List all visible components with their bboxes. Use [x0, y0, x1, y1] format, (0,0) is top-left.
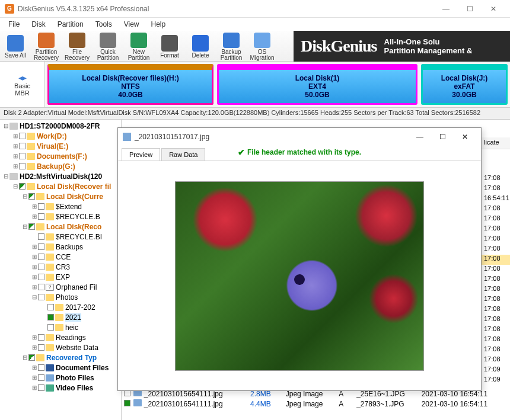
close-button[interactable]: ✕ [482, 1, 505, 17]
tree-item[interactable]: ⊞Backup(G:) [0, 161, 121, 171]
tool-format[interactable]: Format [154, 31, 185, 61]
checkbox[interactable] [19, 143, 26, 149]
checkbox[interactable] [38, 254, 44, 260]
expand-icon[interactable]: ⊞ [31, 203, 38, 210]
expand-icon[interactable]: ⊞ [12, 143, 19, 149]
checkbox[interactable] [47, 304, 54, 310]
tool-partition-recovery[interactable]: PartitionRecovery [31, 31, 62, 61]
tree-item[interactable]: $RECYCLE.BI [0, 232, 121, 242]
tab-raw-data[interactable]: Raw Data [161, 148, 205, 161]
expand-icon[interactable]: ⊞ [31, 243, 38, 250]
tree-item[interactable]: ⊞Video Files [0, 383, 121, 393]
tool-backup-partition[interactable]: BackupPartition [216, 31, 247, 61]
checkbox[interactable] [38, 384, 44, 391]
expand-icon[interactable]: ⊟ [2, 123, 9, 129]
tool-save-all[interactable]: Save All [0, 31, 31, 61]
expand-icon[interactable]: ⊞ [31, 364, 38, 371]
partition-2[interactable]: Local Disk(J:)exFAT30.0GB [421, 64, 508, 105]
checkbox[interactable] [38, 274, 44, 280]
expand-icon[interactable]: ⊞ [31, 334, 38, 341]
expand-icon[interactable]: ⊟ [31, 294, 38, 300]
expand-icon[interactable]: ⊟ [12, 183, 19, 190]
checkbox[interactable] [19, 163, 26, 169]
tree-item[interactable]: ⊞$Extend [0, 201, 121, 211]
checkbox[interactable] [38, 284, 44, 290]
tree-item[interactable]: ⊟Local Disk(Curre [0, 191, 121, 201]
expand-icon[interactable]: ⊟ [2, 173, 9, 179]
expand-icon[interactable]: ⊞ [31, 254, 38, 260]
expand-icon[interactable]: ⊞ [31, 284, 38, 290]
partition-1[interactable]: Local Disk(1)EXT450.0GB [217, 64, 417, 105]
tree-item[interactable]: 2017-202 [0, 302, 121, 312]
tree-item[interactable]: ⊞?Orphaned Fil [0, 282, 121, 292]
checkbox[interactable] [38, 364, 44, 371]
checkbox[interactable] [38, 344, 44, 351]
column-header[interactable]: licate [482, 137, 510, 149]
tree-item[interactable]: ⊟HD1:ST2000DM008-2FR [0, 121, 121, 131]
menu-view[interactable]: View [118, 19, 145, 30]
preview-minimize-button[interactable]: — [409, 129, 431, 145]
tree-item[interactable]: ⊞$RECYCLE.B [0, 211, 121, 222]
tree-item[interactable]: ⊟Recovered Typ [0, 352, 121, 363]
checkbox[interactable] [38, 264, 44, 270]
tab-preview[interactable]: Preview [122, 148, 160, 161]
tool-new-partition[interactable]: NewPartition [123, 31, 154, 61]
tree-item[interactable]: ⊞CCE [0, 252, 121, 262]
tree-item[interactable]: ⊞EXP [0, 272, 121, 282]
minimize-button[interactable]: — [434, 1, 458, 17]
expand-icon[interactable]: ⊞ [31, 274, 38, 280]
checkbox[interactable] [38, 203, 44, 210]
menu-file[interactable]: File [2, 19, 26, 30]
expand-icon[interactable]: ⊞ [31, 374, 38, 381]
tool-quick-partition[interactable]: QuickPartition [93, 31, 123, 61]
checkbox[interactable] [28, 354, 35, 361]
checkbox[interactable] [38, 374, 44, 381]
nav-arrows-icon[interactable]: ◂▸ [18, 73, 27, 82]
tree-item[interactable]: ⊟Local Disk(Recover fil [0, 181, 121, 191]
tree-item[interactable]: 2021 [0, 312, 121, 322]
expand-icon[interactable]: ⊟ [21, 223, 28, 230]
expand-icon[interactable]: ⊞ [31, 344, 38, 351]
menu-help[interactable]: Help [145, 19, 172, 30]
checkbox[interactable] [47, 324, 54, 331]
tree-item[interactable]: ⊞Work(D:) [0, 131, 121, 141]
preview-close-button[interactable]: ✕ [454, 129, 476, 145]
checkbox[interactable] [38, 233, 44, 240]
expand-icon[interactable]: ⊞ [12, 133, 19, 139]
file-row[interactable]: _2021031016541111.jpg 4.4MB Jpeg Image A… [122, 399, 510, 409]
checkbox[interactable] [28, 193, 35, 200]
folder-tree[interactable]: ⊟HD1:ST2000DM008-2FR⊞Work(D:)⊞Virual(E:)… [0, 120, 122, 420]
expand-icon[interactable]: ⊞ [31, 213, 38, 220]
partition-0[interactable]: Local Disk(Recover files)(H:)NTFS40.0GB [47, 64, 213, 105]
tree-item[interactable]: ⊞Website Data [0, 342, 121, 352]
tool-delete[interactable]: Delete [185, 31, 216, 61]
file-checkbox[interactable] [124, 400, 130, 406]
checkbox[interactable] [38, 243, 44, 250]
disk-selector[interactable]: ◂▸ Basic MBR [0, 62, 45, 107]
expand-icon[interactable]: ⊟ [21, 354, 28, 361]
menu-disk[interactable]: Disk [26, 19, 51, 30]
checkbox[interactable] [47, 314, 54, 320]
expand-icon[interactable]: ⊟ [21, 193, 28, 200]
tree-item[interactable]: ⊞Document Files [0, 363, 121, 373]
tree-item[interactable]: ⊟Local Disk(Reco [0, 222, 121, 232]
expand-icon[interactable]: ⊞ [31, 264, 38, 270]
checkbox[interactable] [38, 294, 44, 300]
preview-maximize-button[interactable]: ☐ [431, 129, 454, 145]
tree-item[interactable]: ⊞Virual(E:) [0, 141, 121, 151]
expand-icon[interactable]: ⊞ [12, 163, 19, 169]
checkbox[interactable] [38, 334, 44, 341]
tree-item[interactable]: ⊞Photo Files [0, 373, 121, 383]
checkbox[interactable] [28, 223, 35, 230]
checkbox[interactable] [19, 183, 26, 190]
checkbox[interactable] [38, 213, 44, 220]
expand-icon[interactable]: ⊞ [12, 153, 19, 159]
tree-item[interactable]: ⊞Backups [0, 242, 121, 252]
menu-partition[interactable]: Partition [52, 19, 90, 30]
tool-os-migration[interactable]: OS Migration [247, 31, 278, 61]
tree-item[interactable]: ⊟Photos [0, 292, 121, 302]
menu-tools[interactable]: Tools [90, 19, 118, 30]
maximize-button[interactable]: ☐ [458, 1, 482, 17]
tool-file-recovery[interactable]: FileRecovery [62, 31, 93, 61]
tree-item[interactable]: heic [0, 322, 121, 332]
